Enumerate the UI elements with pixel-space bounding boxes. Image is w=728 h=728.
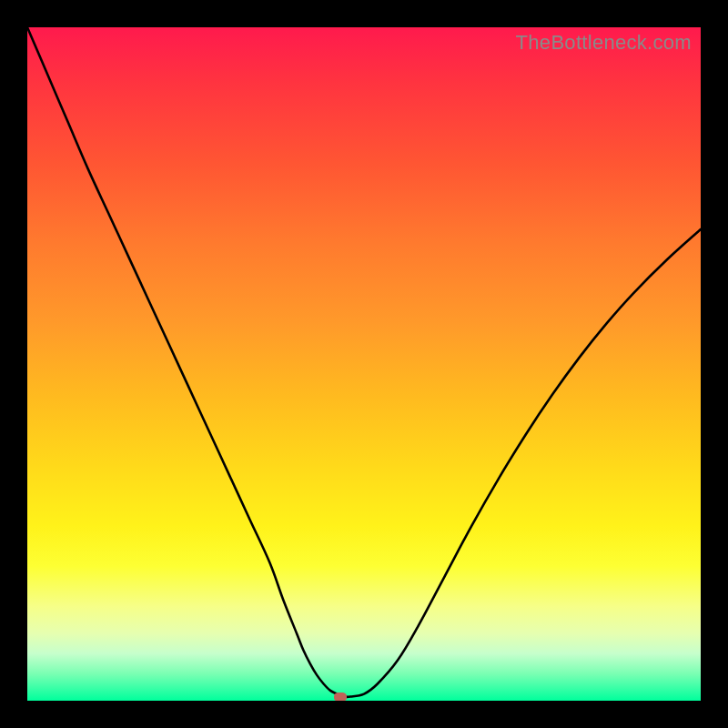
bottleneck-curve [27,27,701,701]
plot-area: TheBottleneck.com [27,27,701,701]
chart-frame: TheBottleneck.com [0,0,728,728]
optimal-point-marker [334,693,347,701]
watermark-text: TheBottleneck.com [516,31,692,55]
